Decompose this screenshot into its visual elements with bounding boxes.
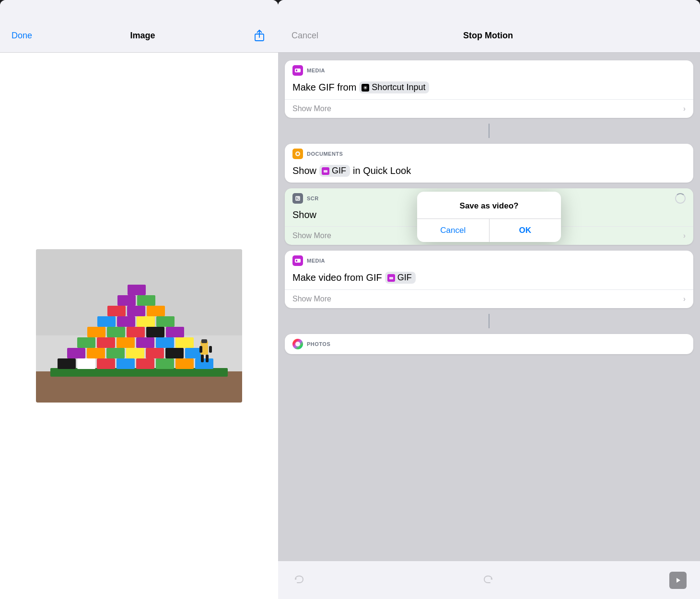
- photos-label: PHOTOS: [307, 341, 330, 347]
- svg-rect-35: [107, 306, 126, 316]
- chevron-icon-4: ›: [683, 295, 686, 303]
- gif-icon-1: [322, 167, 329, 175]
- share-icon[interactable]: [253, 29, 267, 43]
- svg-rect-14: [87, 348, 105, 358]
- svg-rect-46: [199, 346, 202, 353]
- svg-rect-47: [209, 346, 212, 353]
- alert-buttons: Cancel OK: [417, 219, 561, 242]
- svg-rect-38: [117, 295, 136, 306]
- shortcut-input-pill[interactable]: Shortcut Input: [359, 81, 429, 93]
- svg-rect-13: [67, 348, 85, 358]
- svg-rect-29: [146, 327, 164, 337]
- svg-point-52: [297, 153, 299, 155]
- svg-rect-56: [295, 259, 301, 263]
- docs-icon: [292, 149, 303, 159]
- svg-rect-21: [97, 337, 115, 348]
- right-panel-title: Stop Motion: [463, 31, 513, 41]
- svg-rect-57: [296, 260, 297, 262]
- docs-label: DOCUMENTS: [307, 151, 343, 157]
- show-gif-text: Show: [292, 165, 316, 176]
- right-header: Cancel Stop Motion: [278, 0, 700, 53]
- left-top-bar: Done Image: [0, 0, 278, 53]
- shortcut-icon: [362, 84, 369, 92]
- svg-rect-30: [166, 327, 184, 337]
- photos-icon: [292, 339, 303, 349]
- svg-rect-11: [175, 358, 194, 369]
- svg-rect-15: [106, 348, 125, 358]
- in-quick-look-text: in Quick Look: [353, 165, 411, 176]
- svg-rect-58: [389, 277, 393, 279]
- svg-point-59: [295, 342, 300, 346]
- svg-rect-48: [295, 69, 301, 72]
- shortcut-input-label: Shortcut Input: [372, 82, 425, 92]
- gif-pill-1[interactable]: GIF: [319, 165, 350, 177]
- media-label-1: MEDIA: [307, 68, 325, 73]
- svg-marker-60: [677, 578, 680, 583]
- svg-rect-25: [175, 337, 194, 348]
- svg-rect-22: [117, 337, 135, 348]
- svg-rect-16: [126, 348, 144, 358]
- svg-rect-36: [127, 306, 145, 316]
- bottom-bar: [278, 561, 700, 599]
- left-panel: Done Image: [0, 0, 278, 599]
- svg-rect-27: [107, 327, 125, 337]
- make-video-card-header: MEDIA: [285, 251, 693, 269]
- show-more-text-1: Show More: [292, 104, 331, 113]
- cancel-button-header[interactable]: Cancel: [292, 31, 318, 41]
- svg-rect-26: [87, 327, 105, 337]
- svg-rect-12: [195, 358, 213, 369]
- svg-rect-34: [156, 316, 175, 327]
- play-button[interactable]: [669, 572, 687, 589]
- svg-rect-20: [77, 337, 95, 348]
- redo-button[interactable]: [480, 573, 496, 588]
- svg-rect-31: [97, 316, 116, 327]
- show-gif-body: Show GIF in Quick Look: [285, 162, 693, 183]
- svg-rect-53: [324, 170, 327, 173]
- show-more-row-1[interactable]: Show More ›: [285, 99, 693, 118]
- media-icon-1: [292, 65, 303, 76]
- left-content-area: [0, 53, 278, 599]
- svg-rect-7: [97, 358, 115, 369]
- svg-rect-33: [137, 316, 155, 327]
- make-gif-text: Make GIF from: [292, 82, 356, 93]
- svg-rect-17: [146, 348, 164, 358]
- photos-card: PHOTOS: [285, 334, 693, 354]
- svg-rect-49: [296, 69, 297, 71]
- make-gif-card-header: MEDIA: [285, 60, 693, 79]
- svg-rect-44: [201, 355, 204, 362]
- alert-title: Save as video?: [417, 192, 561, 215]
- show-more-text-4: Show More: [292, 295, 331, 303]
- svg-rect-39: [137, 295, 155, 306]
- svg-rect-32: [117, 316, 135, 327]
- left-panel-title: Image: [130, 31, 155, 41]
- svg-rect-4: [50, 368, 228, 377]
- show-more-row-4[interactable]: Show More ›: [285, 289, 693, 308]
- svg-rect-23: [136, 337, 154, 348]
- svg-rect-43: [201, 339, 207, 343]
- undo-button[interactable]: [292, 573, 307, 588]
- right-panel: Cancel Stop Motion MEDIA Make GIF from: [278, 0, 700, 599]
- make-video-card: MEDIA Make video from GIF GIF Show More …: [285, 251, 693, 308]
- media-label-2: MEDIA: [307, 258, 325, 264]
- connector-dot-2: [489, 314, 490, 328]
- svg-rect-5: [58, 358, 76, 369]
- svg-rect-24: [156, 337, 174, 348]
- svg-rect-10: [156, 358, 174, 369]
- svg-rect-18: [165, 348, 184, 358]
- make-video-text: Make video from GIF: [292, 272, 382, 283]
- make-gif-body: Make GIF from Shortcut Input: [285, 79, 693, 99]
- svg-rect-9: [136, 358, 154, 369]
- svg-rect-45: [206, 355, 209, 362]
- done-button[interactable]: Done: [12, 31, 32, 41]
- connector-dot-1: [489, 124, 490, 138]
- alert-cancel-button[interactable]: Cancel: [417, 219, 490, 242]
- media-icon-2: [292, 255, 303, 266]
- gif-pill-2[interactable]: GIF: [385, 272, 416, 284]
- alert-ok-button[interactable]: OK: [490, 219, 561, 242]
- shortcuts-scroll-area: MEDIA Make GIF from Shortcut Input Show …: [278, 53, 700, 561]
- svg-rect-40: [128, 285, 146, 295]
- make-video-body: Make video from GIF GIF: [285, 269, 693, 289]
- svg-rect-28: [127, 327, 145, 337]
- svg-rect-37: [147, 306, 165, 316]
- show-gif-card: DOCUMENTS Show GIF in Quick Look: [285, 144, 693, 183]
